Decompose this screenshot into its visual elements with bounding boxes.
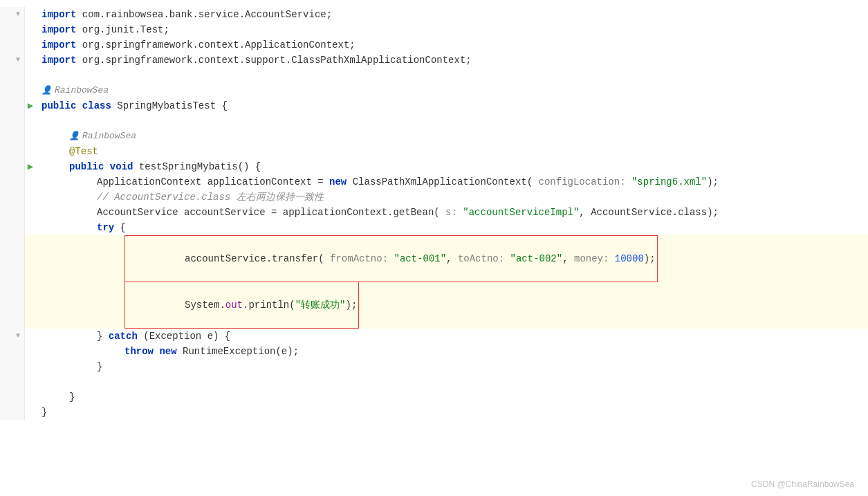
- code-editor: ▼ import com.rainbowsea.bank.service.Acc…: [0, 0, 868, 496]
- text: com.rainbowsea.bank.service.AccountServi…: [76, 7, 332, 22]
- number: 10000: [615, 253, 644, 264]
- line-content-12: ApplicationContext applicationContext = …: [36, 174, 868, 190]
- code-line-13: // AccountService.class 左右两边保持一致性: [0, 190, 868, 205]
- author-icon-1: 👤: [41, 83, 52, 98]
- gutter-icon-5: [25, 68, 36, 83]
- text: [504, 253, 510, 264]
- code-line-14: AccountService accountService = applicat…: [0, 205, 868, 220]
- comment: // AccountService.class 左右两边保持一致性: [97, 190, 324, 205]
- author-content-2: 👤 RainbowSea: [36, 129, 868, 144]
- code-line-11: ▶ public void testSpringMybatis() {: [0, 159, 868, 174]
- string: "spring6.xml": [631, 174, 707, 190]
- code-line-23: }: [0, 405, 868, 420]
- gutter-10: [0, 144, 25, 159]
- gutter-17: [0, 282, 25, 329]
- gutter-icon-7: ▶: [25, 98, 36, 113]
- gutter-18: ▼: [0, 329, 25, 344]
- line-content-22: }: [36, 389, 868, 405]
- code-line-18: ▼ } catch (Exception e) {: [0, 329, 868, 344]
- param: fromActno:: [324, 253, 388, 264]
- gutter-icon-10: [25, 144, 36, 159]
- gutter-icon-9: [25, 129, 36, 144]
- line-content-14: AccountService accountService = applicat…: [36, 205, 868, 220]
- string: "act-001": [394, 253, 446, 264]
- author-line-2: 👤 RainbowSea: [0, 129, 868, 144]
- keyword: new: [329, 174, 347, 190]
- text: }: [97, 359, 102, 374]
- author-line-1: 👤 RainbowSea: [0, 83, 868, 98]
- gutter-6: [0, 83, 25, 98]
- gutter-12: [0, 174, 25, 190]
- text: [76, 98, 82, 113]
- fold-icon-18[interactable]: ▼: [16, 329, 20, 344]
- keyword: public: [41, 98, 76, 113]
- run-arrow-2[interactable]: ▶: [28, 159, 33, 174]
- code-line-8: [0, 113, 868, 129]
- line-content-7: public class SpringMybatisTest {: [36, 98, 868, 113]
- author-name-1: RainbowSea: [55, 83, 109, 98]
- gutter-9: [0, 129, 25, 144]
- gutter-icon-21: [25, 374, 36, 389]
- line-content-21: [36, 374, 868, 389]
- line-content-13: // AccountService.class 左右两边保持一致性: [36, 190, 868, 205]
- text: {: [114, 220, 126, 235]
- gutter-icon-17: [25, 282, 36, 329]
- gutter-7: [0, 98, 25, 113]
- keyword: catch: [109, 329, 138, 344]
- param: money:: [569, 253, 609, 264]
- keyword: new: [159, 344, 176, 359]
- text: RuntimeException(e);: [177, 344, 299, 359]
- gutter-1: ▼: [0, 7, 25, 22]
- text: SpringMybatisTest {: [111, 98, 228, 113]
- text: [609, 253, 614, 264]
- keyword: import: [41, 7, 76, 22]
- code-line-12: ApplicationContext applicationContext = …: [0, 174, 868, 190]
- keyword: public: [69, 159, 104, 174]
- gutter-19: [0, 344, 25, 359]
- code-line-1: ▼ import com.rainbowsea.bank.service.Acc…: [0, 7, 868, 22]
- string: "accountServiceImpl": [463, 205, 579, 220]
- author-content-1: 👤 RainbowSea: [36, 83, 868, 98]
- gutter-icon-22: [25, 389, 36, 405]
- gutter-icon-3: [25, 37, 36, 53]
- text: [154, 344, 159, 359]
- string: "转账成功": [295, 300, 346, 311]
- gutter-icon-14: [25, 205, 36, 220]
- code-line-20: }: [0, 359, 868, 374]
- line-content-1: import com.rainbowsea.bank.service.Accou…: [36, 7, 868, 22]
- text: accountService.transfer(: [185, 253, 324, 264]
- gutter-5: [0, 68, 25, 83]
- line-content-23: }: [36, 405, 868, 420]
- code-line-15: try {: [0, 220, 868, 235]
- fold-icon-4[interactable]: ▼: [16, 53, 20, 68]
- text: [104, 159, 109, 174]
- gutter-23: [0, 405, 25, 420]
- param: toActno:: [452, 253, 505, 264]
- text: (Exception e) {: [138, 329, 230, 344]
- text: );: [644, 253, 656, 264]
- text: ClassPathXmlApplicationContext(: [347, 174, 533, 190]
- keyword: void: [110, 159, 133, 174]
- fold-icon-1[interactable]: ▼: [16, 7, 20, 22]
- line-content-8: [36, 113, 868, 129]
- line-content-11: public void testSpringMybatis() {: [36, 159, 868, 174]
- keyword: import: [41, 53, 76, 68]
- line-content-18: } catch (Exception e) {: [36, 329, 868, 344]
- gutter-2: [0, 22, 25, 37]
- run-arrow-1[interactable]: ▶: [28, 98, 33, 113]
- gutter-14: [0, 205, 25, 220]
- line-content-2: import org.junit.Test;: [36, 22, 868, 37]
- text: ,: [446, 253, 452, 264]
- text: }: [41, 405, 47, 420]
- gutter-15: [0, 220, 25, 235]
- gutter-22: [0, 389, 25, 405]
- gutter-20: [0, 359, 25, 374]
- keyword: import: [41, 22, 76, 37]
- code-line-3: import org.springframework.context.Appli…: [0, 37, 868, 53]
- param: configLocation:: [533, 174, 625, 190]
- text: [626, 174, 631, 190]
- keyword: throw: [124, 344, 154, 359]
- param: s:: [440, 205, 457, 220]
- gutter-21: [0, 374, 25, 389]
- code-line-17: System.out.println("转账成功");: [0, 282, 868, 329]
